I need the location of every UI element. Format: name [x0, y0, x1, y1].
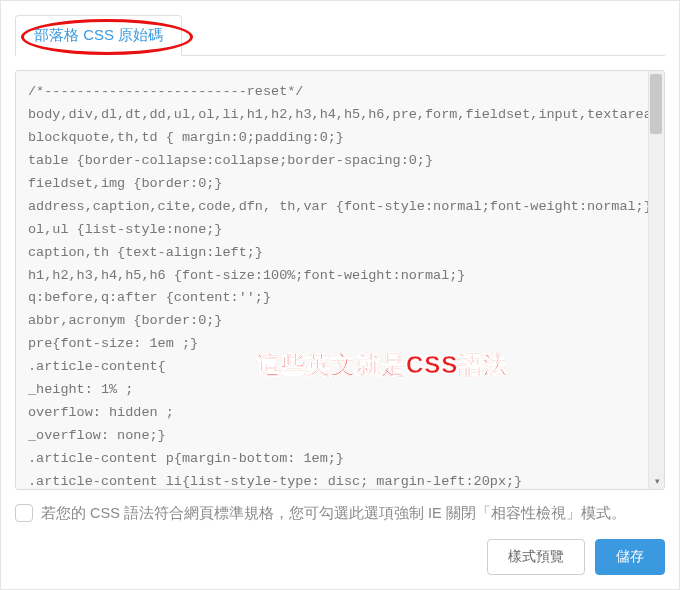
tab-label: 部落格 CSS 原始碼	[34, 26, 163, 43]
tab-bar: 部落格 CSS 原始碼	[15, 15, 665, 56]
save-button[interactable]: 儲存	[595, 539, 665, 575]
editor-panel: 部落格 CSS 原始碼 /*-------------------------r…	[0, 0, 680, 590]
scrollbar-vertical[interactable]: ▾	[648, 71, 664, 489]
scrollbar-thumb[interactable]	[650, 74, 662, 134]
annotation-overlay-text: 這些英文就是CSS語法	[256, 349, 508, 381]
ie-compat-checkbox-row: 若您的 CSS 語法符合網頁標準規格，您可勾選此選項強制 IE 關閉「相容性檢視…	[15, 502, 665, 525]
css-code-textarea[interactable]: /*-------------------------reset*/ body,…	[15, 70, 665, 490]
button-row: 樣式預覽 儲存	[15, 539, 665, 575]
code-content: /*-------------------------reset*/ body,…	[28, 81, 652, 490]
ie-compat-checkbox[interactable]	[15, 504, 33, 522]
ie-compat-label: 若您的 CSS 語法符合網頁標準規格，您可勾選此選項強制 IE 關閉「相容性檢視…	[41, 502, 626, 525]
tab-css-source[interactable]: 部落格 CSS 原始碼	[15, 15, 182, 56]
preview-button[interactable]: 樣式預覽	[487, 539, 585, 575]
scrollbar-arrow-down-icon[interactable]: ▾	[649, 473, 665, 489]
